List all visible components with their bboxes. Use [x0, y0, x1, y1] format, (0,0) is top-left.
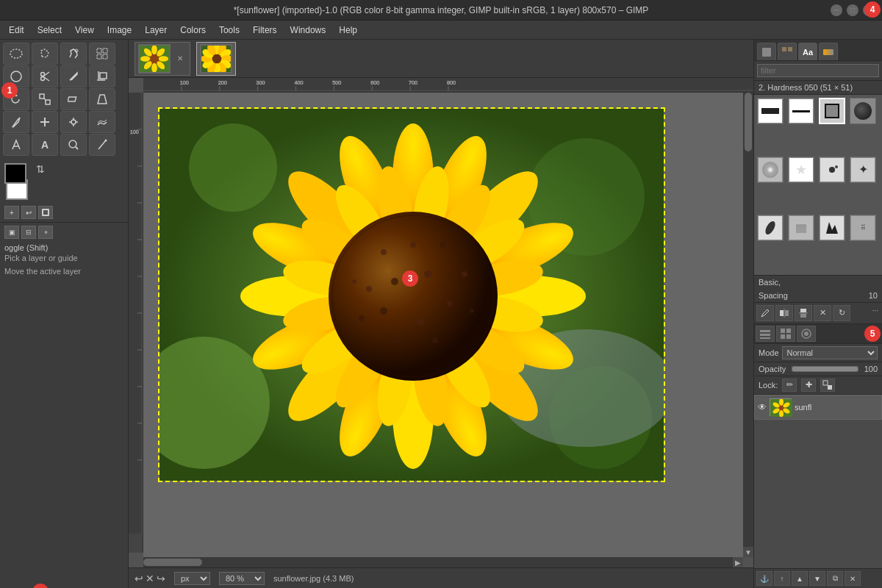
new-image-icon[interactable]: + — [4, 206, 19, 219]
flip-v-brush-button[interactable] — [795, 305, 812, 321]
tool-ellipse-select[interactable] — [3, 43, 29, 65]
menu-windows[interactable]: Windows — [284, 24, 332, 37]
close-tab-1-icon[interactable]: ✕ — [173, 45, 187, 73]
brush-item-2[interactable] — [788, 98, 814, 124]
h-scroll-thumb[interactable] — [143, 559, 202, 566]
opacity-slider[interactable] — [792, 366, 858, 372]
brush-item-4[interactable] — [850, 98, 876, 124]
menu-image[interactable]: Image — [101, 24, 137, 37]
minimize-button[interactable]: ─ — [831, 4, 842, 16]
svg-rect-154 — [786, 329, 791, 333]
menu-help[interactable]: Help — [333, 24, 363, 37]
delete-brush-button[interactable]: ✕ — [814, 305, 831, 321]
lower-layer-button[interactable]: ▼ — [809, 571, 825, 586]
image-tab-1[interactable]: ✕ — [135, 42, 190, 76]
tool-pen[interactable] — [60, 65, 87, 87]
filter-input[interactable] — [757, 64, 879, 77]
brush-item-11[interactable] — [819, 215, 845, 241]
menu-layer[interactable]: Layer — [139, 24, 173, 37]
undo-button[interactable]: ↩ — [135, 573, 143, 584]
tool-scissors[interactable] — [32, 65, 58, 87]
redo-button[interactable]: ↪ — [157, 573, 165, 584]
undo-icon[interactable]: ↩ — [21, 206, 36, 219]
blend-mode-icon[interactable]: ▣ — [4, 226, 19, 239]
raise-layer-button[interactable]: ▲ — [792, 571, 808, 586]
tool-free-select[interactable] — [32, 43, 58, 65]
svg-point-31 — [151, 45, 157, 54]
stop-button[interactable]: ✕ — [146, 573, 154, 584]
svg-point-137 — [470, 309, 474, 313]
tool-crop[interactable] — [89, 65, 115, 87]
menu-select[interactable]: Select — [32, 24, 68, 37]
history-icon[interactable] — [38, 206, 53, 219]
duplicate-layer-button[interactable]: ⧉ — [827, 571, 843, 586]
patterns-tab-icon[interactable] — [778, 43, 797, 60]
h-scroll-right-btn[interactable]: ▶ — [733, 557, 743, 567]
menu-edit[interactable]: Edit — [3, 24, 30, 37]
lock-alpha-button[interactable] — [820, 379, 835, 392]
layers-grid-tab[interactable] — [776, 326, 795, 342]
brush-item-9[interactable] — [757, 215, 784, 241]
tool-ink[interactable] — [3, 134, 29, 156]
menu-colors[interactable]: Colors — [174, 24, 212, 37]
picker-icon[interactable]: ⌖ — [38, 226, 53, 239]
grid-icon[interactable]: ⊟ — [21, 226, 36, 239]
svg-point-133 — [359, 315, 365, 321]
canvas-inner: 3 — [143, 93, 743, 499]
v-scroll-thumb[interactable] — [745, 93, 752, 151]
menu-view[interactable]: View — [69, 24, 100, 37]
image-tabs: ✕ — [129, 40, 753, 78]
anchor-layer-button[interactable]: ⚓ — [756, 571, 772, 586]
lock-pixels-button[interactable]: ✏ — [782, 379, 797, 392]
brush-item-1[interactable] — [757, 98, 784, 124]
brush-item-8[interactable]: ✦ — [850, 157, 876, 183]
tool-paintbrush[interactable] — [3, 111, 29, 133]
brush-item-12[interactable]: ⠿ — [850, 215, 876, 241]
tool-heal[interactable] — [32, 111, 58, 133]
foreground-color[interactable] — [4, 163, 26, 184]
delete-layer-button[interactable]: ✕ — [845, 571, 861, 586]
swap-colors-icon[interactable]: ⇅ — [36, 163, 45, 175]
layer-visibility-toggle[interactable]: 👁 — [758, 402, 767, 412]
tool-text[interactable]: A — [32, 134, 58, 156]
tool-perspective[interactable] — [89, 88, 115, 110]
tool-measure[interactable] — [89, 134, 115, 156]
lock-position-button[interactable]: ✚ — [801, 379, 816, 392]
mode-select[interactable]: Normal Multiply Screen — [782, 346, 878, 359]
brush-item-10[interactable]: ▒▒ — [788, 215, 814, 241]
brush-item-7[interactable] — [819, 157, 845, 183]
brush-item-6[interactable]: ★ — [788, 157, 814, 183]
vertical-scrollbar[interactable]: ▼ — [743, 93, 753, 557]
gradients-tab-icon[interactable] — [819, 43, 838, 60]
tool-fuzzy-select[interactable] — [60, 43, 87, 65]
refresh-brushes-button[interactable]: ↻ — [833, 305, 850, 321]
svg-rect-14 — [40, 94, 44, 98]
tool-zoom[interactable] — [60, 134, 87, 156]
maximize-button[interactable]: □ — [847, 4, 858, 16]
tool-smudge[interactable] — [89, 111, 115, 133]
tool-clone[interactable] — [60, 111, 87, 133]
brush-item-5[interactable] — [757, 157, 784, 183]
menu-tools[interactable]: Tools — [213, 24, 245, 37]
brush-item-3[interactable] — [819, 98, 845, 124]
horizontal-scrollbar[interactable]: ▶ — [143, 557, 743, 567]
tool-shear[interactable] — [60, 88, 87, 110]
tool-scale[interactable] — [32, 88, 58, 110]
layers-channels-tab[interactable] — [797, 326, 816, 342]
edit-brush-button[interactable] — [756, 305, 774, 321]
image-tab-2[interactable] — [196, 42, 236, 76]
layers-list-tab[interactable] — [756, 326, 775, 342]
layer-to-image-button[interactable]: ↑ — [774, 571, 790, 586]
zoom-select[interactable]: 80 % 100 % 50 % — [219, 572, 265, 585]
v-scroll-down-btn[interactable]: ▼ — [743, 547, 753, 557]
image-canvas[interactable]: 3 — [158, 107, 665, 482]
fonts-tab-icon[interactable]: Aa — [798, 43, 817, 60]
unit-select[interactable]: px % mm — [174, 572, 210, 585]
flip-h-brush-button[interactable] — [775, 305, 793, 321]
menu-filters[interactable]: Filters — [247, 24, 283, 37]
svg-point-134 — [410, 242, 416, 248]
layer-item-sunflower[interactable]: 👁 sunfl — [754, 395, 882, 420]
tool-color-select[interactable] — [89, 43, 115, 65]
brushes-tab-icon[interactable] — [757, 43, 776, 60]
more-brush-options[interactable]: ··· — [871, 305, 880, 321]
